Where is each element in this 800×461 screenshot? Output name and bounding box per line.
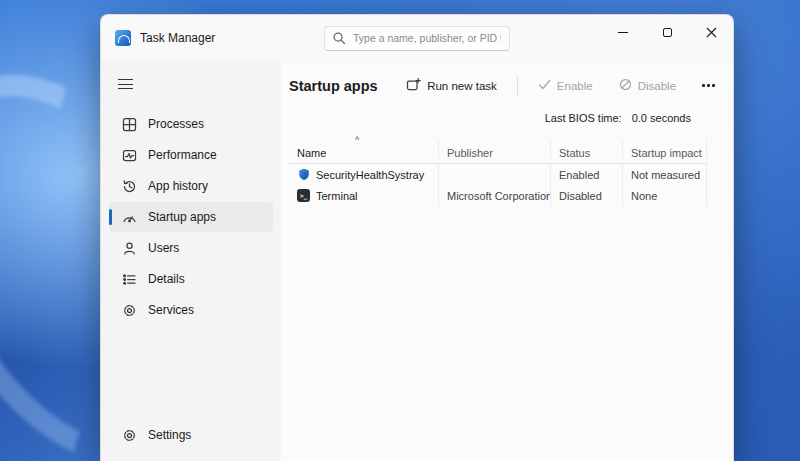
startup-app-impact: Not measured bbox=[623, 164, 707, 185]
startup-app-impact: None bbox=[623, 185, 707, 206]
column-header-status[interactable]: Status bbox=[551, 140, 623, 159]
sidebar-item-settings[interactable]: Settings bbox=[109, 420, 273, 450]
sidebar-item-label: App history bbox=[148, 179, 208, 193]
sidebar-item-label: Services bbox=[148, 303, 194, 317]
titlebar: Task Manager bbox=[101, 15, 733, 61]
search-icon bbox=[332, 31, 346, 49]
close-icon bbox=[706, 27, 717, 38]
startup-app-status: Disabled bbox=[551, 185, 623, 206]
minimize-icon bbox=[618, 32, 628, 33]
startup-app-publisher: Microsoft Corporation bbox=[439, 185, 551, 206]
run-new-task-icon bbox=[406, 77, 421, 94]
history-clock-icon bbox=[121, 178, 137, 194]
column-header-name[interactable]: Name bbox=[289, 140, 439, 159]
search-box[interactable] bbox=[324, 26, 510, 51]
bios-time-label: Last BIOS time: bbox=[545, 112, 622, 124]
page-title: Startup apps bbox=[289, 78, 378, 94]
window-title: Task Manager bbox=[140, 31, 215, 45]
sidebar-item-label: Performance bbox=[148, 148, 217, 162]
task-manager-window: Task Manager Processes bbox=[100, 14, 734, 461]
sidebar-item-processes[interactable]: Processes bbox=[109, 109, 273, 139]
startup-gauge-icon bbox=[121, 209, 137, 225]
sidebar-item-performance[interactable]: Performance bbox=[109, 140, 273, 170]
processes-icon bbox=[121, 116, 137, 132]
toolbar-separator bbox=[517, 77, 518, 95]
startup-app-name: Terminal bbox=[316, 190, 358, 202]
main-content: Startup apps Run new task Enable bbox=[281, 61, 733, 461]
startup-app-status: Enabled bbox=[551, 164, 623, 185]
sidebar-item-label: Processes bbox=[148, 117, 204, 131]
table-row[interactable]: SecurityHealthSystray Enabled Not measur… bbox=[289, 164, 707, 185]
task-manager-app-icon bbox=[115, 30, 131, 46]
sidebar: Processes Performance App history Startu… bbox=[101, 61, 281, 461]
column-header-startup-impact[interactable]: Startup impact bbox=[623, 140, 707, 159]
sidebar-item-users[interactable]: Users bbox=[109, 233, 273, 263]
startup-app-publisher bbox=[439, 164, 551, 185]
bios-time-value: 0.0 seconds bbox=[632, 112, 691, 124]
settings-gear-icon bbox=[121, 427, 137, 443]
close-button[interactable] bbox=[689, 15, 733, 49]
sidebar-item-label: Users bbox=[148, 241, 179, 255]
sort-ascending-icon: ^ bbox=[355, 136, 359, 145]
terminal-icon: >_ bbox=[297, 189, 310, 202]
disable-button[interactable]: Disable bbox=[613, 74, 682, 97]
sidebar-item-startup-apps[interactable]: Startup apps bbox=[109, 202, 273, 232]
sidebar-item-services[interactable]: Services bbox=[109, 295, 273, 325]
last-bios-time: Last BIOS time:0.0 seconds bbox=[289, 112, 721, 124]
search-input[interactable] bbox=[324, 26, 510, 51]
startup-app-name: SecurityHealthSystray bbox=[316, 169, 424, 181]
sidebar-item-label: Startup apps bbox=[148, 210, 216, 224]
security-shield-icon bbox=[297, 168, 310, 181]
maximize-button[interactable] bbox=[645, 15, 689, 49]
more-options-button[interactable] bbox=[696, 78, 721, 93]
sidebar-item-details[interactable]: Details bbox=[109, 264, 273, 294]
table-header-row: ^ Name Publisher Status Startup impact bbox=[289, 140, 707, 164]
run-new-task-button[interactable]: Run new task bbox=[400, 73, 503, 98]
table-row[interactable]: >_ Terminal Microsoft Corporation Disabl… bbox=[289, 185, 707, 206]
ellipsis-icon bbox=[702, 84, 705, 87]
navigation-menu-button[interactable] bbox=[109, 69, 143, 99]
details-list-icon bbox=[121, 271, 137, 287]
check-icon bbox=[538, 78, 551, 93]
sidebar-item-label: Details bbox=[148, 272, 185, 286]
column-header-publisher[interactable]: Publisher bbox=[439, 140, 551, 159]
sidebar-item-app-history[interactable]: App history bbox=[109, 171, 273, 201]
minimize-button[interactable] bbox=[601, 15, 645, 49]
block-icon bbox=[619, 78, 632, 93]
services-gear-icon bbox=[121, 302, 137, 318]
toolbar: Run new task Enable Disable bbox=[400, 73, 721, 98]
maximize-icon bbox=[663, 28, 672, 37]
startup-apps-table: ^ Name Publisher Status Startup impact bbox=[289, 140, 707, 206]
user-icon bbox=[121, 240, 137, 256]
sidebar-item-label: Settings bbox=[148, 428, 191, 442]
performance-icon bbox=[121, 147, 137, 163]
enable-button[interactable]: Enable bbox=[532, 74, 599, 97]
